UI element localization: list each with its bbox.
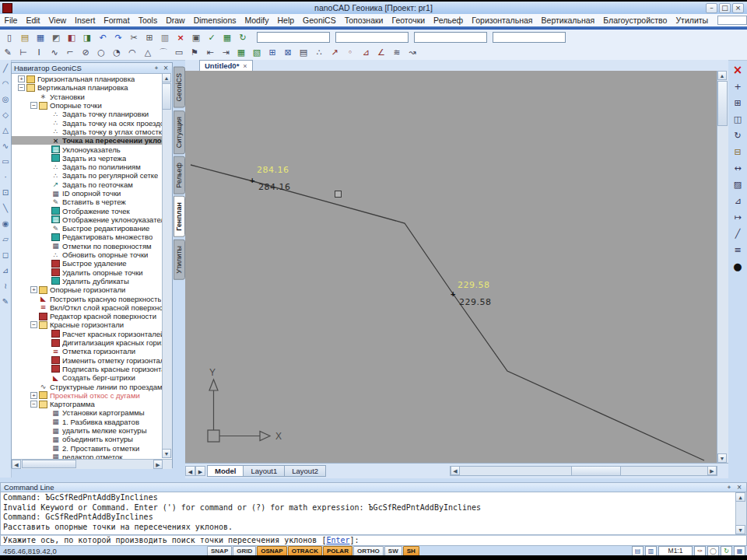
tree-item[interactable]: Удалить опорные точки: [12, 268, 163, 277]
arc2-icon[interactable]: ⌒: [156, 46, 171, 60]
tree-item[interactable]: Расчет красных горизонталей: [12, 330, 163, 338]
layout-tab[interactable]: Model: [207, 465, 244, 477]
offset-icon[interactable]: ↔: [730, 160, 746, 176]
trim-icon[interactable]: ⊿: [730, 193, 746, 208]
flag-icon[interactable]: ⚑: [187, 46, 202, 60]
tree-item[interactable]: ◣ Построить красную поверхность: [12, 294, 163, 303]
scroll-up-arrow[interactable]: ▲: [717, 71, 727, 80]
menu-item[interactable]: Dimensions: [189, 15, 240, 26]
mirror-icon[interactable]: ◫: [730, 111, 746, 127]
align-right-icon[interactable]: ⇥: [218, 46, 233, 60]
scroll-right-arrow[interactable]: ▶: [707, 466, 717, 475]
tree-item[interactable]: Отображение точек: [12, 206, 163, 215]
tree-item[interactable]: ∴ Обновить опорные точки: [12, 250, 163, 259]
pline-icon[interactable]: ✎: [0, 46, 16, 60]
tree-item[interactable]: ≡ Отметка горизонтали: [12, 347, 163, 355]
refresh-icon[interactable]: ↻: [721, 546, 732, 556]
redo-icon[interactable]: ↷: [110, 30, 126, 44]
command-input[interactable]: Укажите ось, по которой производить поис…: [0, 535, 747, 546]
scroll-left-arrow[interactable]: ◀: [451, 466, 460, 475]
paste-icon[interactable]: ▥: [157, 30, 173, 44]
rhomb-icon[interactable]: ◇: [0, 107, 12, 122]
wedge-icon[interactable]: ⊿: [0, 262, 12, 278]
menu-item[interactable]: Modify: [240, 15, 273, 26]
publish-icon[interactable]: ◨: [79, 30, 95, 44]
menu-item[interactable]: Утилиты: [672, 15, 713, 26]
region-icon[interactable]: ⊡: [0, 184, 12, 200]
scroll-thumb[interactable]: [22, 460, 76, 468]
tree-expander[interactable]: +: [18, 75, 25, 82]
tree-item[interactable]: ▦ редактор отметок: [12, 453, 163, 459]
tree-expander[interactable]: −: [30, 102, 37, 109]
command-line-header[interactable]: Command Line ⌖×: [0, 482, 747, 492]
tree-item[interactable]: ∴ Задать по регулярной сетке: [12, 171, 163, 180]
circle-icon[interactable]: ◎: [0, 91, 12, 107]
tree-item[interactable]: Задать из чертежа: [12, 154, 163, 163]
xline-icon[interactable]: ╲: [0, 200, 12, 215]
tree-item[interactable]: Изменить отметку горизонтали: [12, 356, 163, 365]
status-toggle[interactable]: SH: [403, 546, 419, 556]
orbit-icon[interactable]: ●: [730, 258, 746, 274]
status-toggle[interactable]: GRID: [233, 546, 256, 556]
pin-icon[interactable]: ⌖: [725, 484, 733, 492]
donut-icon[interactable]: ◉: [0, 215, 12, 231]
panel-tab[interactable]: Рельеф: [174, 156, 185, 194]
menu-item[interactable]: Рельеф: [430, 15, 468, 26]
tree-item[interactable]: − Картограмма: [12, 400, 163, 408]
scroll-down-arrow[interactable]: ▼: [717, 453, 727, 463]
pgram-icon[interactable]: ▱: [0, 231, 12, 247]
tree-item[interactable]: ≡ Вкл/Откл слой красной поверхности: [12, 303, 163, 312]
circle-icon[interactable]: ○: [93, 46, 109, 60]
text-icon[interactable]: Ι: [31, 46, 47, 60]
leader-icon[interactable]: ↝: [405, 46, 420, 60]
tree-item[interactable]: ∗ Установки: [12, 93, 163, 101]
save-icon[interactable]: ▦: [33, 30, 48, 44]
tree-item[interactable]: ▦ Установки картограммы: [12, 408, 163, 417]
status-toggle[interactable]: OSNAP: [257, 546, 286, 556]
slope2-icon[interactable]: ∠: [374, 46, 389, 60]
properties-icon[interactable]: ▣: [188, 30, 204, 44]
menu-item[interactable]: Help: [273, 15, 299, 26]
layout-tab[interactable]: Layout1: [243, 465, 285, 477]
tree-expander[interactable]: −: [30, 401, 37, 408]
tree-item[interactable]: ▦ Уклоноуказатель: [12, 145, 163, 153]
pencil-icon[interactable]: ✎: [0, 293, 12, 309]
grid-icon[interactable]: ▦: [233, 46, 249, 60]
tree-item[interactable]: ▦ Отображение уклоноуказателей: [12, 215, 163, 224]
menu-item[interactable]: Вертикальная: [537, 15, 599, 26]
tab-scroll-left[interactable]: ◀: [185, 466, 195, 476]
new-icon[interactable]: ▯: [2, 30, 17, 44]
table-icon[interactable]: ▦: [219, 30, 235, 44]
menu-search-input[interactable]: [717, 16, 747, 25]
menu-item[interactable]: Edit: [22, 15, 44, 26]
tree-item[interactable]: Быстрое удаление: [12, 259, 163, 268]
tree-item[interactable]: ▦ Отметки по поверхностям: [12, 242, 163, 250]
maximize-button[interactable]: □: [719, 3, 731, 13]
circle-icon[interactable]: ◯: [707, 546, 719, 556]
menu-item[interactable]: View: [44, 15, 71, 26]
canvas-horizontal-scrollbar[interactable]: ◀ ▶: [450, 466, 717, 476]
display-icon[interactable]: ▦: [734, 546, 745, 556]
scroll-right-arrow[interactable]: ▶: [153, 460, 163, 469]
tri-icon[interactable]: △: [140, 46, 156, 60]
rect-icon[interactable]: ▭: [0, 153, 12, 169]
navigator-header[interactable]: Навигатор GeoniCS ⌖×: [12, 63, 172, 74]
join-icon[interactable]: ≡: [730, 242, 746, 257]
tree-item[interactable]: ▦ 1. Разбивка квадратов: [12, 418, 163, 426]
dot-icon[interactable]: ◦: [342, 46, 358, 60]
menu-item[interactable]: Draw: [162, 15, 190, 26]
tree-item[interactable]: + Проектный откос с дугами: [12, 391, 163, 400]
close-icon[interactable]: ×: [162, 65, 170, 72]
command-scrollbar[interactable]: ▲ ▼: [735, 492, 746, 534]
tree-item[interactable]: − Опорные точки: [12, 101, 163, 110]
menu-item[interactable]: Топознаки: [340, 15, 388, 26]
tree-expander[interactable]: +: [30, 392, 37, 399]
linetype-combo[interactable]: [414, 32, 487, 43]
tree-item[interactable]: ∴ Задать точку планировки: [12, 110, 163, 118]
vector-icon[interactable]: ↗: [327, 46, 342, 60]
scroll-down-arrow[interactable]: ▼: [735, 525, 745, 534]
scroll-thumb[interactable]: [571, 466, 621, 476]
scroll-down-arrow[interactable]: ▼: [162, 449, 171, 458]
line-icon[interactable]: ╱: [0, 60, 12, 75]
canvas-vertical-scrollbar[interactable]: ▲ ▼: [717, 71, 728, 463]
